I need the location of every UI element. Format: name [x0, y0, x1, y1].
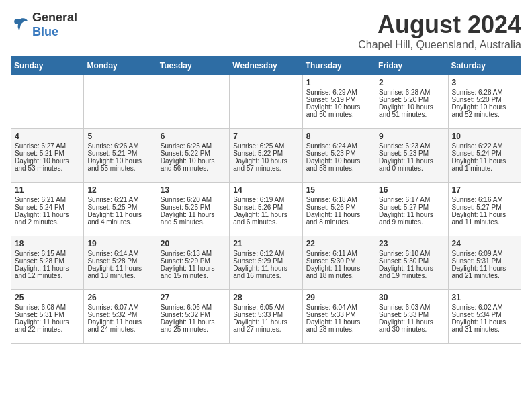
cell-info-line: Sunset: 5:24 PM: [452, 150, 517, 157]
cell-info-line: Sunset: 5:21 PM: [15, 150, 80, 157]
cell-info-line: Daylight: 11 hours and 8 minutes.: [306, 211, 371, 226]
calendar-cell: 31Sunrise: 6:02 AMSunset: 5:34 PMDayligh…: [448, 290, 521, 344]
calendar-cell: 3Sunrise: 6:28 AMSunset: 5:20 PMDaylight…: [448, 75, 521, 129]
calendar-cell: 16Sunrise: 6:17 AMSunset: 5:27 PMDayligh…: [375, 183, 448, 236]
day-number: 20: [161, 239, 226, 248]
calendar-cell: 7Sunrise: 6:25 AMSunset: 5:22 PMDaylight…: [230, 129, 302, 183]
weekday-monday: Monday: [84, 57, 157, 75]
weekday-wednesday: Wednesday: [230, 57, 302, 75]
cell-info-line: Daylight: 11 hours and 12 minutes.: [15, 265, 80, 279]
week-row-4: 18Sunrise: 6:15 AMSunset: 5:28 PMDayligh…: [11, 236, 521, 290]
calendar-cell: 29Sunrise: 6:04 AMSunset: 5:33 PMDayligh…: [302, 290, 375, 344]
cell-info-line: Sunset: 5:23 PM: [379, 150, 444, 157]
day-number: 13: [161, 185, 226, 195]
cell-info-line: Sunrise: 6:14 AM: [87, 250, 152, 257]
calendar-cell: 13Sunrise: 6:20 AMSunset: 5:25 PMDayligh…: [157, 183, 229, 236]
calendar-cell: 23Sunrise: 6:10 AMSunset: 5:30 PMDayligh…: [375, 236, 448, 290]
calendar-body: 1Sunrise: 6:29 AMSunset: 5:19 PMDaylight…: [11, 75, 521, 344]
calendar-cell: 28Sunrise: 6:05 AMSunset: 5:33 PMDayligh…: [230, 290, 302, 344]
cell-info-line: Sunrise: 6:28 AM: [379, 89, 444, 96]
calendar-cell: 10Sunrise: 6:22 AMSunset: 5:24 PMDayligh…: [448, 129, 521, 183]
cell-info-line: Sunset: 5:28 PM: [87, 257, 152, 265]
cell-info-line: Sunrise: 6:28 AM: [452, 89, 517, 96]
cell-info-line: Sunrise: 6:03 AM: [379, 304, 444, 311]
day-number: 31: [452, 293, 517, 302]
cell-info-line: Daylight: 11 hours and 2 minutes.: [15, 211, 80, 226]
day-number: 28: [233, 293, 298, 302]
cell-info-line: Sunset: 5:33 PM: [379, 311, 444, 318]
day-number: 4: [15, 132, 80, 141]
cell-info-line: Sunrise: 6:15 AM: [15, 250, 80, 257]
cell-info-line: Daylight: 11 hours and 21 minutes.: [452, 265, 517, 279]
cell-info-line: Sunset: 5:24 PM: [15, 203, 80, 211]
cell-info-line: Sunrise: 6:23 AM: [379, 142, 444, 150]
weekday-header-row: SundayMondayTuesdayWednesdayThursdayFrid…: [11, 57, 521, 75]
calendar-cell: 5Sunrise: 6:26 AMSunset: 5:21 PMDaylight…: [84, 129, 157, 183]
cell-info-line: Sunset: 5:26 PM: [306, 203, 371, 211]
weekday-saturday: Saturday: [448, 57, 521, 75]
cell-info-line: Daylight: 11 hours and 31 minutes.: [452, 318, 517, 333]
cell-info-line: Sunset: 5:21 PM: [87, 150, 152, 157]
cell-info-line: Sunrise: 6:27 AM: [15, 142, 80, 150]
cell-info-line: Sunrise: 6:22 AM: [452, 142, 517, 150]
cell-info-line: Sunset: 5:29 PM: [161, 257, 226, 265]
cell-info-line: Sunset: 5:22 PM: [233, 150, 298, 157]
day-number: 18: [15, 239, 80, 248]
weekday-tuesday: Tuesday: [157, 57, 229, 75]
cell-info-line: Sunset: 5:34 PM: [452, 311, 517, 318]
cell-info-line: Daylight: 11 hours and 0 minutes.: [379, 157, 444, 172]
cell-info-line: Sunrise: 6:02 AM: [452, 304, 517, 311]
day-number: 12: [87, 185, 152, 195]
cell-info-line: Daylight: 11 hours and 22 minutes.: [15, 318, 80, 333]
day-number: 14: [233, 185, 298, 195]
cell-info-line: Daylight: 11 hours and 5 minutes.: [161, 211, 226, 226]
cell-info-line: Sunset: 5:29 PM: [233, 257, 298, 265]
main-title: August 2024: [358, 11, 521, 39]
day-number: 21: [233, 239, 298, 248]
cell-info-line: Sunrise: 6:21 AM: [87, 196, 152, 203]
cell-info-line: Sunrise: 6:16 AM: [452, 196, 517, 203]
day-number: 25: [15, 293, 80, 302]
day-number: 11: [15, 185, 80, 195]
cell-info-line: Daylight: 11 hours and 13 minutes.: [87, 265, 152, 279]
day-number: 17: [452, 185, 517, 195]
day-number: 7: [233, 132, 298, 141]
cell-info-line: Sunrise: 6:07 AM: [87, 304, 152, 311]
calendar-cell: 14Sunrise: 6:19 AMSunset: 5:26 PMDayligh…: [230, 183, 302, 236]
calendar-cell: 20Sunrise: 6:13 AMSunset: 5:29 PMDayligh…: [157, 236, 229, 290]
weekday-sunday: Sunday: [11, 57, 84, 75]
cell-info-line: Sunset: 5:19 PM: [306, 96, 371, 103]
cell-info-line: Sunrise: 6:29 AM: [306, 89, 371, 96]
cell-info-line: Sunset: 5:23 PM: [306, 150, 371, 157]
calendar-cell: 26Sunrise: 6:07 AMSunset: 5:32 PMDayligh…: [84, 290, 157, 344]
calendar-cell: 15Sunrise: 6:18 AMSunset: 5:26 PMDayligh…: [302, 183, 375, 236]
day-number: 23: [379, 239, 444, 248]
cell-info-line: Sunset: 5:32 PM: [161, 311, 226, 318]
week-row-5: 25Sunrise: 6:08 AMSunset: 5:31 PMDayligh…: [11, 290, 521, 344]
cell-info-line: Sunset: 5:20 PM: [379, 96, 444, 103]
cell-info-line: Daylight: 11 hours and 18 minutes.: [306, 265, 371, 279]
cell-info-line: Sunset: 5:28 PM: [15, 257, 80, 265]
calendar-cell: 4Sunrise: 6:27 AMSunset: 5:21 PMDaylight…: [11, 129, 84, 183]
calendar-cell: [230, 75, 302, 129]
cell-info-line: Sunrise: 6:13 AM: [161, 250, 226, 257]
cell-info-line: Sunrise: 6:17 AM: [379, 196, 444, 203]
cell-info-line: Sunrise: 6:09 AM: [452, 250, 517, 257]
calendar-cell: 1Sunrise: 6:29 AMSunset: 5:19 PMDaylight…: [302, 75, 375, 129]
sub-title: Chapel Hill, Queensland, Australia: [358, 39, 521, 51]
week-row-1: 1Sunrise: 6:29 AMSunset: 5:19 PMDaylight…: [11, 75, 521, 129]
cell-info-line: Daylight: 10 hours and 56 minutes.: [161, 157, 226, 172]
day-number: 29: [306, 293, 371, 302]
cell-info-line: Daylight: 11 hours and 28 minutes.: [306, 318, 371, 333]
calendar-cell: 2Sunrise: 6:28 AMSunset: 5:20 PMDaylight…: [375, 75, 448, 129]
cell-info-line: Sunrise: 6:10 AM: [379, 250, 444, 257]
day-number: 2: [379, 78, 444, 87]
day-number: 6: [161, 132, 226, 141]
day-number: 16: [379, 185, 444, 195]
cell-info-line: Daylight: 11 hours and 30 minutes.: [379, 318, 444, 333]
day-number: 22: [306, 239, 371, 248]
cell-info-line: Sunset: 5:30 PM: [379, 257, 444, 265]
calendar-cell: 17Sunrise: 6:16 AMSunset: 5:27 PMDayligh…: [448, 183, 521, 236]
cell-info-line: Sunset: 5:27 PM: [452, 203, 517, 211]
day-number: 9: [379, 132, 444, 141]
